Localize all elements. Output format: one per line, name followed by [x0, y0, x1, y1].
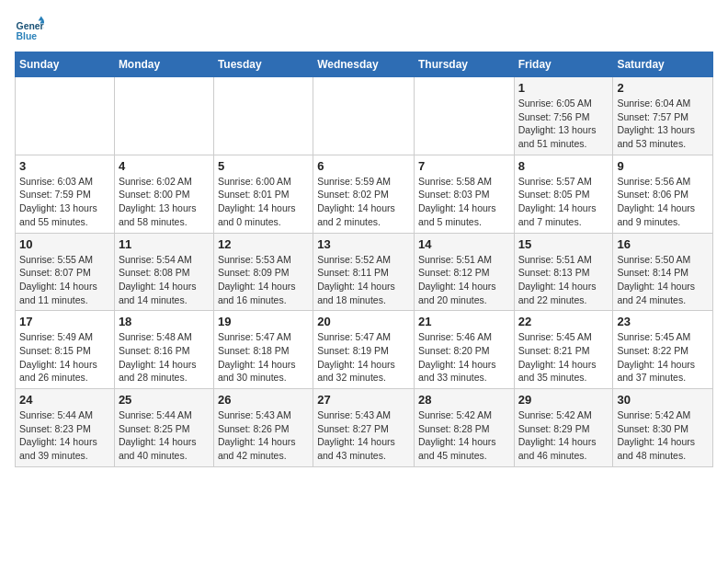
- day-number: 29: [518, 393, 609, 407]
- calendar-cell: 15Sunrise: 5:51 AM Sunset: 8:13 PM Dayli…: [514, 233, 613, 311]
- calendar-cell: 30Sunrise: 5:42 AM Sunset: 8:30 PM Dayli…: [613, 389, 713, 467]
- weekday-header-tuesday: Tuesday: [213, 52, 313, 77]
- calendar-cell: 23Sunrise: 5:45 AM Sunset: 8:22 PM Dayli…: [613, 311, 713, 389]
- day-number: 17: [19, 315, 110, 328]
- day-info: Sunrise: 5:54 AM Sunset: 8:08 PM Dayligh…: [119, 253, 210, 307]
- calendar-cell: 26Sunrise: 5:43 AM Sunset: 8:26 PM Dayli…: [213, 389, 313, 467]
- day-info: Sunrise: 5:47 AM Sunset: 8:18 PM Dayligh…: [218, 330, 309, 385]
- day-number: 28: [418, 393, 510, 407]
- day-info: Sunrise: 5:57 AM Sunset: 8:05 PM Dayligh…: [518, 175, 609, 229]
- day-info: Sunrise: 5:43 AM Sunset: 8:26 PM Dayligh…: [218, 408, 309, 463]
- calendar-cell: 27Sunrise: 5:43 AM Sunset: 8:27 PM Dayli…: [313, 389, 415, 467]
- day-number: 16: [617, 237, 709, 251]
- day-info: Sunrise: 6:03 AM Sunset: 7:59 PM Dayligh…: [19, 175, 110, 229]
- calendar-cell: 13Sunrise: 5:52 AM Sunset: 8:11 PM Dayli…: [313, 233, 415, 311]
- day-number: 2: [617, 81, 709, 95]
- day-number: 9: [617, 159, 709, 173]
- day-info: Sunrise: 5:48 AM Sunset: 8:16 PM Dayligh…: [119, 330, 210, 385]
- day-info: Sunrise: 5:51 AM Sunset: 8:12 PM Dayligh…: [418, 253, 510, 307]
- day-number: 15: [518, 237, 609, 251]
- day-info: Sunrise: 5:42 AM Sunset: 8:28 PM Dayligh…: [418, 408, 510, 463]
- day-info: Sunrise: 5:42 AM Sunset: 8:29 PM Dayligh…: [518, 408, 609, 463]
- day-number: 10: [19, 237, 110, 251]
- calendar-cell: 10Sunrise: 5:55 AM Sunset: 8:07 PM Dayli…: [16, 233, 115, 311]
- day-number: 14: [418, 237, 510, 251]
- calendar-cell: 22Sunrise: 5:45 AM Sunset: 8:21 PM Dayli…: [514, 311, 613, 389]
- calendar-cell: 29Sunrise: 5:42 AM Sunset: 8:29 PM Dayli…: [514, 389, 613, 467]
- calendar-cell: 21Sunrise: 5:46 AM Sunset: 8:20 PM Dayli…: [414, 311, 514, 389]
- calendar-cell: 11Sunrise: 5:54 AM Sunset: 8:08 PM Dayli…: [114, 233, 213, 311]
- calendar-cell: 14Sunrise: 5:51 AM Sunset: 8:12 PM Dayli…: [414, 233, 514, 311]
- logo: General Blue: [15, 15, 48, 44]
- svg-text:Blue: Blue: [17, 31, 38, 41]
- day-number: 18: [119, 315, 210, 328]
- weekday-header-wednesday: Wednesday: [313, 52, 415, 77]
- day-info: Sunrise: 5:59 AM Sunset: 8:02 PM Dayligh…: [317, 175, 410, 229]
- day-info: Sunrise: 5:44 AM Sunset: 8:23 PM Dayligh…: [19, 408, 110, 463]
- weekday-header-saturday: Saturday: [613, 52, 713, 77]
- calendar-cell: 4Sunrise: 6:02 AM Sunset: 8:00 PM Daylig…: [114, 155, 213, 233]
- calendar-cell: 18Sunrise: 5:48 AM Sunset: 8:16 PM Dayli…: [114, 311, 213, 389]
- calendar-cell: 8Sunrise: 5:57 AM Sunset: 8:05 PM Daylig…: [514, 155, 613, 233]
- day-info: Sunrise: 6:02 AM Sunset: 8:00 PM Dayligh…: [119, 175, 210, 229]
- calendar-cell: 6Sunrise: 5:59 AM Sunset: 8:02 PM Daylig…: [313, 155, 415, 233]
- calendar-cell: [114, 77, 213, 155]
- calendar-cell: [213, 77, 313, 155]
- calendar-cell: 17Sunrise: 5:49 AM Sunset: 8:15 PM Dayli…: [16, 311, 115, 389]
- calendar-cell: 7Sunrise: 5:58 AM Sunset: 8:03 PM Daylig…: [414, 155, 514, 233]
- day-info: Sunrise: 5:53 AM Sunset: 8:09 PM Dayligh…: [218, 253, 309, 307]
- calendar-cell: [16, 77, 115, 155]
- day-info: Sunrise: 5:51 AM Sunset: 8:13 PM Dayligh…: [518, 253, 609, 307]
- day-info: Sunrise: 5:43 AM Sunset: 8:27 PM Dayligh…: [317, 408, 410, 463]
- day-number: 23: [617, 315, 709, 328]
- day-info: Sunrise: 5:52 AM Sunset: 8:11 PM Dayligh…: [317, 253, 410, 307]
- day-number: 25: [119, 393, 210, 407]
- svg-marker-2: [39, 17, 44, 21]
- day-info: Sunrise: 6:00 AM Sunset: 8:01 PM Dayligh…: [218, 175, 309, 229]
- calendar-cell: 9Sunrise: 5:56 AM Sunset: 8:06 PM Daylig…: [613, 155, 713, 233]
- day-number: 30: [617, 393, 709, 407]
- calendar-cell: 24Sunrise: 5:44 AM Sunset: 8:23 PM Dayli…: [16, 389, 115, 467]
- day-number: 20: [317, 315, 410, 328]
- calendar-cell: 20Sunrise: 5:47 AM Sunset: 8:19 PM Dayli…: [313, 311, 415, 389]
- calendar-cell: 28Sunrise: 5:42 AM Sunset: 8:28 PM Dayli…: [414, 389, 514, 467]
- day-number: 21: [418, 315, 510, 328]
- day-number: 3: [19, 159, 110, 173]
- day-info: Sunrise: 5:44 AM Sunset: 8:25 PM Dayligh…: [119, 408, 210, 463]
- day-number: 24: [19, 393, 110, 407]
- calendar-cell: 2Sunrise: 6:04 AM Sunset: 7:57 PM Daylig…: [613, 77, 713, 155]
- weekday-header-sunday: Sunday: [16, 52, 115, 77]
- day-info: Sunrise: 5:45 AM Sunset: 8:22 PM Dayligh…: [617, 330, 709, 385]
- day-number: 26: [218, 393, 309, 407]
- logo-icon: General Blue: [15, 15, 44, 44]
- calendar-cell: 5Sunrise: 6:00 AM Sunset: 8:01 PM Daylig…: [213, 155, 313, 233]
- calendar-cell: [414, 77, 514, 155]
- day-number: 8: [518, 159, 609, 173]
- weekday-header-friday: Friday: [514, 52, 613, 77]
- calendar-cell: 25Sunrise: 5:44 AM Sunset: 8:25 PM Dayli…: [114, 389, 213, 467]
- calendar-table: SundayMondayTuesdayWednesdayThursdayFrid…: [15, 52, 713, 467]
- day-number: 1: [518, 81, 609, 95]
- calendar-cell: [313, 77, 415, 155]
- weekday-header-thursday: Thursday: [414, 52, 514, 77]
- day-info: Sunrise: 5:55 AM Sunset: 8:07 PM Dayligh…: [19, 253, 110, 307]
- calendar-cell: 12Sunrise: 5:53 AM Sunset: 8:09 PM Dayli…: [213, 233, 313, 311]
- day-number: 7: [418, 159, 510, 173]
- calendar-cell: 1Sunrise: 6:05 AM Sunset: 7:56 PM Daylig…: [514, 77, 613, 155]
- day-info: Sunrise: 6:04 AM Sunset: 7:57 PM Dayligh…: [617, 97, 709, 151]
- day-info: Sunrise: 5:49 AM Sunset: 8:15 PM Dayligh…: [19, 330, 110, 385]
- calendar-cell: 19Sunrise: 5:47 AM Sunset: 8:18 PM Dayli…: [213, 311, 313, 389]
- day-number: 22: [518, 315, 609, 328]
- day-number: 6: [317, 159, 410, 173]
- calendar-cell: 16Sunrise: 5:50 AM Sunset: 8:14 PM Dayli…: [613, 233, 713, 311]
- day-info: Sunrise: 5:50 AM Sunset: 8:14 PM Dayligh…: [617, 253, 709, 307]
- day-number: 5: [218, 159, 309, 173]
- day-info: Sunrise: 6:05 AM Sunset: 7:56 PM Dayligh…: [518, 97, 609, 151]
- day-info: Sunrise: 5:42 AM Sunset: 8:30 PM Dayligh…: [617, 408, 709, 463]
- day-info: Sunrise: 5:58 AM Sunset: 8:03 PM Dayligh…: [418, 175, 510, 229]
- day-info: Sunrise: 5:45 AM Sunset: 8:21 PM Dayligh…: [518, 330, 609, 385]
- day-info: Sunrise: 5:47 AM Sunset: 8:19 PM Dayligh…: [317, 330, 410, 385]
- svg-text:General: General: [17, 21, 44, 31]
- day-number: 12: [218, 237, 309, 251]
- day-number: 13: [317, 237, 410, 251]
